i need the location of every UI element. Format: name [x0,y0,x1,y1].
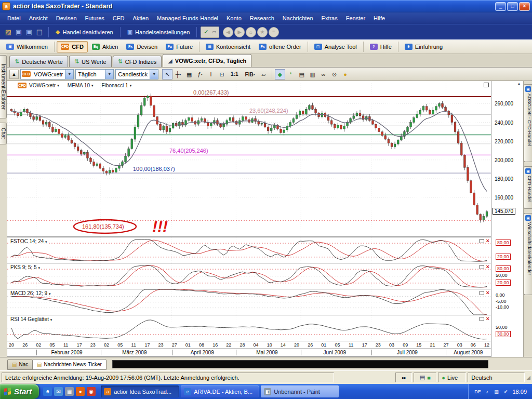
menu-item-devisen[interactable]: Devisen [52,14,81,23]
task-button-unbenannt-paint[interactable]: ◧Unbenannt - Paint [261,385,339,397]
workspace-button-cfd[interactable]: CFDCFD [57,41,88,52]
alert-bell-tool[interactable]: ● [340,69,351,79]
left-tab-chat[interactable]: Chat [0,123,7,144]
save-icon[interactable]: ▣ [14,27,24,37]
style-combo[interactable]: Candlestick ▼ [115,69,158,79]
doc-tab-cfd-indizes[interactable]: ⇅CFD Indizes [113,56,162,67]
task-button-actior-idea-saxotrad[interactable]: aactior Idea SaxoTrad... [101,385,179,397]
workspace-button-offene-order[interactable]: Fxoffene Order [255,41,305,52]
price-axis[interactable]: ▲ 260,000240,000220,000200,000180,000160… [491,81,523,357]
right-tab-cfd-handel[interactable]: CFD-Handel▣ [524,166,532,209]
browser-icon[interactable]: ◉ [87,387,96,396]
eraser-tool[interactable]: ▱ [259,69,269,79]
panel-restore-icon[interactable] [480,317,484,321]
trade-disable-button[interactable]: ◆ Handel deaktivieren [52,27,116,37]
forward-icon[interactable]: ▶ [234,27,245,37]
language-indicator[interactable]: DE [474,388,481,395]
menu-item-ansicht[interactable]: Ansicht [25,14,52,23]
menu-item-aktien[interactable]: Aktien [128,14,153,23]
mail-icon[interactable]: ✉ [54,387,63,396]
info-tool[interactable]: i [206,69,216,79]
panel-restore-icon[interactable] [480,265,484,269]
snap-tool[interactable]: * [286,69,296,79]
period-combo[interactable]: Täglich ▼ [75,69,114,79]
doc-tab-vowg-xetr-cfds-t-glich[interactable]: ◢VOWG:xetr, CFDs, Täglich [163,54,251,67]
cursor-tool[interactable]: ↖ [162,69,172,79]
list-icon[interactable]: ≡ [269,27,279,37]
volume-icon[interactable]: ♪ [483,388,490,395]
chart-maximize-icon[interactable] [484,83,489,87]
note-icon[interactable]: ▱ [212,29,216,35]
menu-item-research[interactable]: Research [246,14,278,23]
workspace-button-einfuehrung[interactable]: ✱Einführung [401,41,447,52]
security-icon[interactable]: ✔ [502,388,509,395]
symbol-combo[interactable]: CFD VOWG:xetr ▼ [20,69,74,79]
restore-button[interactable]: □ [507,2,518,11]
menu-item-hilfe[interactable]: Hilfe [369,14,389,23]
panel-close-icon[interactable]: × [486,290,489,295]
internet-explorer-icon[interactable]: e [43,387,52,396]
indicator-tool[interactable]: ƒ▾ [195,69,205,79]
panel-close-icon[interactable]: × [486,264,489,269]
menu-item-cfd[interactable]: CFD [109,14,129,23]
crosshair-tool[interactable]: ┼▾ [173,69,183,79]
indicator-panel-fstoc-14-24[interactable]: FSTOC 14; 24 ▾× [7,237,491,263]
workspace-button-aktien[interactable]: EqAktien [88,41,123,52]
workspace-button-willkommen[interactable]: ▣Willkommen [2,41,52,52]
menu-item-futures[interactable]: Futures [81,14,109,23]
indicator-title[interactable]: FSTOC 14; 24 ▾ [9,238,48,244]
legend-mema-10[interactable]: MEMA 10▾ [68,83,94,88]
price-chart[interactable]: 0,00(267,433)23,60(248,224)76,40(205,246… [7,81,491,237]
task-button-ariva-de-aktien-b[interactable]: eARIVA.DE - Aktien, B... [181,385,259,397]
panel-close-icon[interactable]: × [486,316,489,321]
workspace-button-analyse-tool[interactable]: ◫Analyse Tool [310,41,361,52]
menu-item-extras[interactable]: Extras [317,14,342,23]
minimize-button[interactable]: _ [495,2,506,11]
fibonacci-button[interactable]: FIB▾ [242,69,258,79]
indicator-title[interactable]: MACD 26; 12; 9 ▾ [9,290,51,296]
left-tab-instrument-explorer[interactable]: Instrument-Explorer [0,55,7,118]
workspace-button-kontoeinsicht[interactable]: ▦Kontoeinsicht [202,41,255,52]
doc-tab-us-werte[interactable]: ⇅US Werte [69,56,112,67]
doc-tab-deutsche-werte[interactable]: ⇅Deutsche Werte [9,56,68,67]
language-indicator[interactable]: Deutsch [468,373,525,382]
indicator-panel-macd-26-12-9[interactable]: MACD 26; 12; 9 ▾× [7,289,491,315]
legend-vowg-xetr[interactable]: CFDVOWG:xetr▾ [17,83,59,88]
menu-item-datei[interactable]: Datei [3,14,25,23]
grid-tool[interactable]: ▦ [184,69,194,79]
axis-scroll-up-icon[interactable]: ▲ [517,82,521,86]
panel-restore-icon[interactable] [480,291,484,295]
link-tool[interactable]: ∞ [318,69,329,79]
autoscale-tool[interactable]: ◆ [275,69,285,79]
close-button[interactable]: × [519,2,530,11]
indicator-title[interactable]: RSI 14 Geglättet ▾ [9,316,53,322]
dropdown-arrow-icon[interactable]: ▼ [150,70,158,79]
instrument-link-tool[interactable]: ⊙ [329,69,340,79]
back-icon[interactable]: ◀ [223,27,233,37]
chart-scroll-up-button[interactable]: ▲ [9,70,19,79]
workspace-button-future[interactable]: FuFuture [162,41,197,52]
overlay-tool[interactable]: ▥ [308,69,318,79]
trade-settings-button[interactable]: ▣ Handelseinstellungen [124,27,193,37]
indicator-panel-rsi-14-gegl-ttet[interactable]: RSI 14 Geglättet ▾× [7,315,491,341]
indicator-panel-pks-9-5-5[interactable]: PKS 9; 5; 5 ▾× [7,263,491,289]
workspace-button-hilfe[interactable]: ?Hilfe [366,41,396,52]
favorites-icon[interactable]: ★ [257,27,268,37]
save-all-icon[interactable]: ▣ [24,27,34,37]
menu-item-nachrichten[interactable]: Nachrichten [278,14,317,23]
ticker-tab-news[interactable]: ▤ Nachrichten News-Ticker [32,359,107,370]
print-icon[interactable]: ▤ [34,27,45,37]
panel-close-icon[interactable]: × [486,238,489,243]
indicator-title[interactable]: PKS 9; 5; 5 ▾ [9,264,41,270]
right-tab-adsg-xetr-cfd-handel[interactable]: ADSG:xetr - CFD-Handel▣ [524,84,532,162]
open-folder-icon[interactable]: ▨ [3,27,14,37]
right-tab-wirtschaftsdatenkalender[interactable]: Wirtschaftsdatenkalender▣ [524,213,532,295]
menu-item-konto[interactable]: Konto [222,14,246,23]
home-icon[interactable]: ⌂ [246,27,256,37]
dropdown-arrow-icon[interactable]: ▼ [105,70,113,79]
workspace-button-devisen[interactable]: FxDevisen [122,41,162,52]
ticker-tab-nac[interactable]: ▤ Nac [7,359,33,370]
legend-fibonacci-1[interactable]: Fibonacci 1▾ [102,83,132,88]
check-icon[interactable]: ✓ [204,29,208,35]
resize-grip[interactable]: ◢ [526,375,530,380]
